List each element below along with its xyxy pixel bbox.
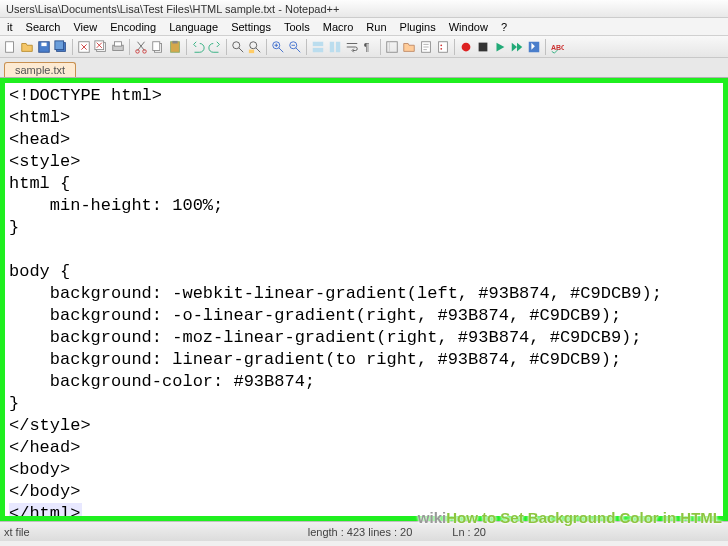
folder-icon[interactable] (401, 39, 417, 55)
window-titlebar: Users\Lisa\Documents\Lisa\Test Files\HTM… (0, 0, 728, 18)
close-icon[interactable] (76, 39, 92, 55)
svg-rect-0 (6, 41, 14, 52)
zoom-out-icon[interactable] (287, 39, 303, 55)
svg-rect-13 (153, 41, 160, 50)
svg-rect-15 (172, 40, 177, 43)
watermark-brand: wiki (418, 509, 446, 526)
status-filetype: xt file (4, 526, 30, 538)
separator (306, 39, 307, 55)
code-line: background: -o-linear-gradient(right, #9… (9, 306, 621, 325)
save-icon[interactable] (36, 39, 52, 55)
hidden-chars-icon[interactable]: ¶ (361, 39, 377, 55)
menu-search[interactable]: Search (21, 21, 66, 33)
new-file-icon[interactable] (2, 39, 18, 55)
separator (129, 39, 130, 55)
code-line: </head> (9, 438, 80, 457)
status-position: Ln : 20 (452, 526, 486, 538)
menu-help[interactable]: ? (496, 21, 512, 33)
code-line: <head> (9, 130, 70, 149)
svg-rect-26 (387, 41, 398, 52)
replace-icon[interactable] (247, 39, 263, 55)
watermark: wikiHow to Set Background Color in HTML (418, 509, 722, 526)
code-line: } (9, 218, 19, 237)
open-file-icon[interactable] (19, 39, 35, 55)
status-length: length : 423 lines : 20 (308, 526, 413, 538)
code-line-active: </html> (9, 503, 82, 521)
code-line: <!DOCTYPE html> (9, 86, 162, 105)
title-text: Users\Lisa\Documents\Lisa\Test Files\HTM… (6, 3, 339, 15)
play-multi-icon[interactable] (509, 39, 525, 55)
code-line: background: linear-gradient(to right, #9… (9, 350, 621, 369)
menu-encoding[interactable]: Encoding (105, 21, 161, 33)
code-line: <html> (9, 108, 70, 127)
copy-icon[interactable] (150, 39, 166, 55)
svg-text:¶: ¶ (364, 40, 370, 52)
func-list-icon[interactable] (435, 39, 451, 55)
menu-plugins[interactable]: Plugins (395, 21, 441, 33)
separator (226, 39, 227, 55)
svg-rect-23 (330, 41, 334, 52)
separator (545, 39, 546, 55)
menu-window[interactable]: Window (444, 21, 493, 33)
svg-rect-21 (313, 41, 324, 45)
print-icon[interactable] (110, 39, 126, 55)
sync-h-icon[interactable] (327, 39, 343, 55)
code-line: <style> (9, 152, 80, 171)
code-line: html { (9, 174, 70, 193)
wrap-icon[interactable] (344, 39, 360, 55)
code-line: min-height: 100%; (9, 196, 223, 215)
paste-icon[interactable] (167, 39, 183, 55)
play-icon[interactable] (492, 39, 508, 55)
svg-point-17 (250, 41, 257, 48)
stop-icon[interactable] (475, 39, 491, 55)
svg-rect-24 (336, 41, 340, 52)
indent-guide-icon[interactable] (384, 39, 400, 55)
code-line: background: -moz-linear-gradient(right, … (9, 328, 642, 347)
code-line: </style> (9, 416, 91, 435)
undo-icon[interactable] (190, 39, 206, 55)
svg-point-29 (440, 44, 442, 46)
menu-edit[interactable]: it (2, 21, 18, 33)
separator (266, 39, 267, 55)
close-all-icon[interactable] (93, 39, 109, 55)
record-icon[interactable] (458, 39, 474, 55)
svg-rect-4 (55, 40, 64, 49)
svg-rect-2 (41, 42, 46, 46)
code-editor[interactable]: <!DOCTYPE html> <html> <head> <style> ht… (5, 83, 723, 521)
svg-rect-9 (115, 41, 122, 45)
code-line: background: -webkit-linear-gradient(left… (9, 284, 662, 303)
separator (186, 39, 187, 55)
find-icon[interactable] (230, 39, 246, 55)
menu-run[interactable]: Run (361, 21, 391, 33)
menu-language[interactable]: Language (164, 21, 223, 33)
menu-macro[interactable]: Macro (318, 21, 359, 33)
menu-bar[interactable]: it Search View Encoding Language Setting… (0, 18, 728, 36)
menu-view[interactable]: View (68, 21, 102, 33)
svg-point-16 (233, 41, 240, 48)
redo-icon[interactable] (207, 39, 223, 55)
save-all-icon[interactable] (53, 39, 69, 55)
svg-point-31 (462, 42, 471, 51)
code-line: body { (9, 262, 70, 281)
doc-map-icon[interactable] (418, 39, 434, 55)
tab-sample[interactable]: sample.txt (4, 62, 76, 77)
svg-point-30 (440, 47, 442, 49)
editor-area[interactable]: <!DOCTYPE html> <html> <head> <style> ht… (0, 78, 728, 521)
zoom-in-icon[interactable] (270, 39, 286, 55)
svg-rect-28 (439, 41, 448, 52)
save-macro-icon[interactable] (526, 39, 542, 55)
svg-rect-22 (313, 47, 324, 51)
code-line: background-color: #93B874; (9, 372, 315, 391)
watermark-title: How to Set Background Color in HTML (446, 509, 722, 526)
code-line: <body> (9, 460, 70, 479)
spellcheck-icon[interactable]: ABC (549, 39, 565, 55)
code-line: } (9, 394, 19, 413)
menu-tools[interactable]: Tools (279, 21, 315, 33)
sync-v-icon[interactable] (310, 39, 326, 55)
svg-rect-32 (479, 42, 488, 51)
separator (454, 39, 455, 55)
cut-icon[interactable] (133, 39, 149, 55)
svg-rect-18 (249, 49, 254, 53)
separator (72, 39, 73, 55)
menu-settings[interactable]: Settings (226, 21, 276, 33)
